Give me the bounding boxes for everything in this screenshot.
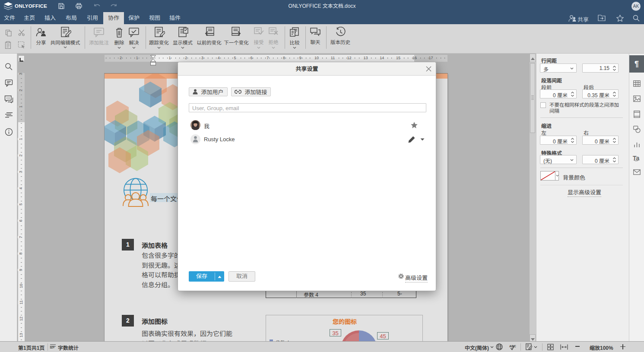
svg-text:ABC: ABC <box>509 344 516 348</box>
